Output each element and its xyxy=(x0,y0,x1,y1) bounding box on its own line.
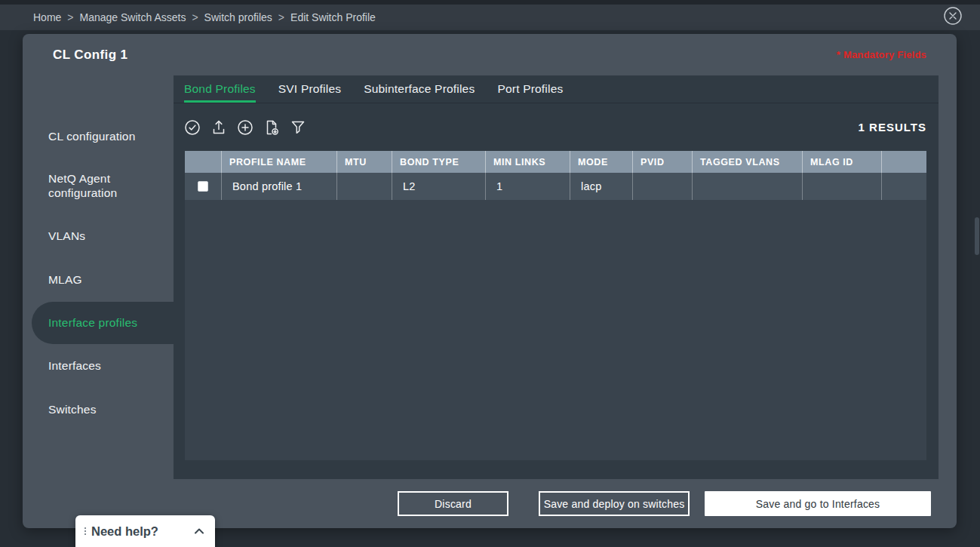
breadcrumb-separator: > xyxy=(192,11,198,23)
sidebar-item-label: VLANs xyxy=(48,229,85,244)
validate-button[interactable] xyxy=(183,118,202,137)
column-header-bond-type[interactable]: BOND TYPE xyxy=(392,151,485,173)
sidebar-item-label: CL configuration xyxy=(48,130,136,144)
sidebar-item-cl-configuration[interactable]: CL configuration xyxy=(23,115,174,158)
add-button[interactable] xyxy=(235,118,255,137)
tab-svi-profiles[interactable]: SVI Profiles xyxy=(278,75,341,103)
sidebar-item-interfaces[interactable]: Interfaces xyxy=(23,344,174,388)
upload-icon xyxy=(210,118,228,137)
sidebar-item-label: Interface profiles xyxy=(48,316,137,330)
column-header-min-links[interactable]: MIN LINKS xyxy=(485,151,570,173)
close-circle-icon xyxy=(943,6,963,26)
column-header-mode[interactable]: MODE xyxy=(570,151,632,173)
filter-icon xyxy=(289,118,307,137)
table-cell: lacp xyxy=(570,173,632,200)
bond-profiles-table: PROFILE NAMEMTUBOND TYPEMIN LINKSMODEPVI… xyxy=(185,151,926,460)
need-help-widget[interactable]: Need help? xyxy=(75,515,215,547)
sidebar-item-label: Interfaces xyxy=(48,359,101,373)
save-and-deploy-button[interactable]: Save and deploy on switches xyxy=(539,491,690,516)
breadcrumb-item: Edit Switch Profile xyxy=(290,11,376,23)
content-panel: Bond ProfilesSVI ProfilesSubinterface Pr… xyxy=(174,75,939,479)
close-button[interactable] xyxy=(943,6,963,26)
table-cell xyxy=(692,173,802,200)
table-cell xyxy=(632,173,692,200)
breadcrumb-item[interactable]: Switch profiles xyxy=(204,11,272,23)
tab-label: Port Profiles xyxy=(497,82,563,96)
column-header-tagged-vlans[interactable]: TAGGED VLANS xyxy=(692,151,802,173)
table-cell xyxy=(802,173,881,200)
column-header-profile-name[interactable]: PROFILE NAME xyxy=(221,151,336,173)
row-select-cell xyxy=(185,173,221,200)
sidebar-item-vlans[interactable]: VLANs xyxy=(23,214,174,258)
sidebar: CL configurationNetQ Agent configuration… xyxy=(23,75,174,479)
upload-button[interactable] xyxy=(209,118,229,137)
table-cell: L2 xyxy=(392,173,485,200)
sidebar-item-netq-agent-configuration[interactable]: NetQ Agent configuration xyxy=(23,158,174,214)
mandatory-fields-note: * Mandatory Fields xyxy=(837,49,926,60)
save-and-go-button[interactable]: Save and go to Interfaces xyxy=(705,491,931,516)
breadcrumb: Home>Manage Switch Assets>Switch profile… xyxy=(30,11,379,23)
sidebar-item-label: NetQ Agent configuration xyxy=(48,172,146,200)
tab-label: Bond Profiles xyxy=(184,82,256,96)
sidebar-item-mlag[interactable]: MLAG xyxy=(23,258,174,302)
row-checkbox[interactable] xyxy=(198,181,208,192)
dialog-header: CL Config 1 * Mandatory Fields xyxy=(23,34,957,75)
tab-label: Subinterface Profiles xyxy=(364,82,475,96)
table-cell: 1 xyxy=(485,173,570,200)
filter-button[interactable] xyxy=(288,118,308,137)
export-button[interactable] xyxy=(262,118,281,137)
column-header xyxy=(881,151,926,173)
breadcrumb-item[interactable]: Manage Switch Assets xyxy=(80,11,186,23)
page-title: CL Config 1 xyxy=(53,48,127,63)
edit-switch-profile-dialog: CL Config 1 * Mandatory Fields CL config… xyxy=(23,34,957,528)
discard-button[interactable]: Discard xyxy=(398,491,508,516)
table-cell xyxy=(336,173,392,200)
table-body: Bond profile 1L21lacp xyxy=(185,173,926,200)
breadcrumb-separator: > xyxy=(67,11,73,23)
table-row[interactable]: Bond profile 1L21lacp xyxy=(185,173,926,200)
chevron-up-icon[interactable] xyxy=(194,527,204,535)
column-header-pvid[interactable]: PVID xyxy=(632,151,692,173)
column-header-mlag-id[interactable]: MLAG ID xyxy=(802,151,881,173)
tab-subinterface-profiles[interactable]: Subinterface Profiles xyxy=(364,75,475,103)
kebab-dots-icon xyxy=(84,527,86,535)
column-header xyxy=(185,151,221,173)
table-cell xyxy=(881,173,926,200)
table-header-row: PROFILE NAMEMTUBOND TYPEMIN LINKSMODEPVI… xyxy=(185,151,926,173)
breadcrumb-separator: > xyxy=(278,11,284,23)
sidebar-item-interface-profiles[interactable]: Interface profiles xyxy=(32,302,174,344)
need-help-label: Need help? xyxy=(91,524,158,539)
table-cell: Bond profile 1 xyxy=(221,173,336,200)
tab-port-profiles[interactable]: Port Profiles xyxy=(497,75,563,103)
breadcrumb-bar: Home>Manage Switch Assets>Switch profile… xyxy=(0,5,980,30)
file-download-icon xyxy=(263,118,281,137)
breadcrumb-item[interactable]: Home xyxy=(33,11,61,23)
sidebar-item-label: Switches xyxy=(48,403,97,417)
sidebar-item-label: MLAG xyxy=(48,273,82,287)
column-header-mtu[interactable]: MTU xyxy=(336,151,392,173)
results-count: 1 RESULTS xyxy=(859,121,926,134)
page-scrollbar-thumb[interactable] xyxy=(975,217,979,255)
table-toolbar: 1 RESULTS xyxy=(174,103,939,151)
check-circle-icon xyxy=(183,118,201,137)
profile-tabs: Bond ProfilesSVI ProfilesSubinterface Pr… xyxy=(174,75,939,103)
tab-bond-profiles[interactable]: Bond Profiles xyxy=(184,75,256,103)
add-circle-icon xyxy=(236,118,254,137)
sidebar-item-switches[interactable]: Switches xyxy=(23,388,174,432)
tab-label: SVI Profiles xyxy=(278,82,341,96)
